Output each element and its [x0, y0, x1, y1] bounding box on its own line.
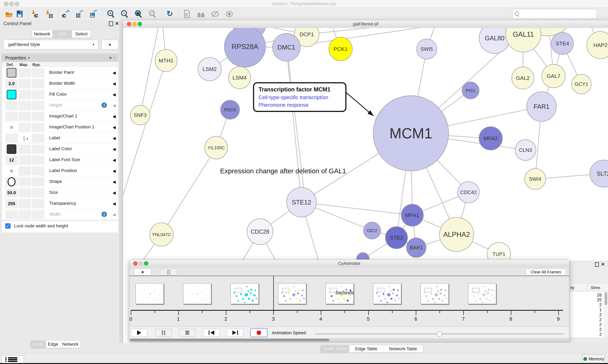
style-options-button[interactable]: ▾ [101, 40, 118, 50]
default-value-cell[interactable] [5, 68, 18, 77]
expand-row-icon[interactable]: ◀ [112, 201, 116, 206]
graph-node-BAR1[interactable]: BAR1 [406, 238, 426, 258]
mapping-cell[interactable] [18, 144, 31, 154]
frame-thumbnail-7[interactable] [468, 283, 496, 304]
properties-header[interactable]: Properties ▾ » » [1, 54, 118, 62]
bypass-cell[interactable] [32, 134, 44, 143]
bypass-cell[interactable] [32, 199, 44, 208]
tab-network[interactable]: Network [60, 341, 80, 348]
default-value-cell[interactable]: 50.0 [5, 188, 18, 197]
cyanimator-timeline[interactable]: 0123456789 Seconds [129, 276, 569, 326]
graph-node-PCK1[interactable]: PCK1 [329, 37, 352, 61]
float-panel-icon[interactable] [109, 21, 113, 26]
graph-node-ALPHA2[interactable]: ALPHA2 [440, 217, 474, 252]
default-value-cell[interactable] [5, 134, 18, 143]
collapse-all-icon[interactable]: » [111, 57, 117, 59]
tab-select[interactable]: Select [72, 30, 91, 38]
bypass-cell[interactable] [32, 101, 44, 110]
clear-all-frames-button[interactable]: Clear All Frames [526, 269, 566, 275]
default-value-cell[interactable] [5, 101, 18, 110]
graph-node-GAL11[interactable]: GAL11 [506, 28, 541, 52]
close-panel-icon[interactable]: ✕ [115, 21, 119, 26]
graph-node-CDC42[interactable]: CDC42 [458, 182, 479, 203]
expand-row-icon[interactable]: ◀ [112, 190, 116, 195]
bypass-cell[interactable] [32, 79, 44, 88]
graph-node-GCY1[interactable]: GCY1 [572, 74, 591, 94]
graph-node-MTH1[interactable]: MTH1 [155, 50, 177, 72]
cyanimator-scrollbar[interactable] [129, 338, 569, 342]
expand-row-icon[interactable]: ◀ [112, 103, 116, 108]
memory-button[interactable]: Memory [582, 355, 605, 363]
graph-node-LSM4[interactable]: LSM4 [228, 66, 251, 89]
default-value-cell[interactable]: 12 [5, 156, 18, 165]
close-panel-icon[interactable]: ✕ [601, 262, 605, 267]
expand-row-icon[interactable]: ◀ [112, 92, 116, 97]
tab-network-table[interactable]: Network Table [383, 345, 423, 352]
mapping-cell[interactable] [18, 177, 31, 186]
tab-style[interactable]: Style [53, 30, 72, 38]
mapping-cell[interactable] [18, 68, 31, 77]
graph-node-STE12[interactable]: STE12 [287, 187, 316, 217]
property-row-width[interactable]: Widthi◀ [2, 209, 118, 220]
import-table-icon[interactable] [45, 10, 54, 18]
annotation-line-2[interactable]: Pheromone response [259, 102, 341, 108]
expand-row-icon[interactable]: ◀ [112, 125, 116, 130]
show-icon[interactable] [225, 10, 234, 18]
bypass-cell[interactable] [32, 188, 44, 197]
speed-slider-thumb[interactable] [437, 331, 442, 337]
mapping-cell[interactable] [18, 166, 31, 176]
expand-row-icon[interactable]: ◀ [112, 70, 116, 75]
record-button[interactable] [251, 329, 267, 337]
table-scrollbar[interactable] [604, 291, 608, 337]
expand-row-icon[interactable]: ◀ [112, 136, 116, 141]
expand-row-icon[interactable]: ◀ [112, 180, 116, 184]
property-row-image-chart-position-1[interactable]: ≡Image/Chart Position 1◀ [2, 122, 118, 133]
export-network-icon[interactable] [61, 10, 70, 18]
hide-icon[interactable] [211, 10, 220, 18]
property-row-image-chart-1[interactable]: Image/Chart 1◀ [2, 111, 118, 122]
default-value-cell[interactable]: ≡ [5, 123, 18, 132]
add-frame-button[interactable]: + [134, 269, 151, 275]
expand-row-icon[interactable]: ◀ [112, 169, 116, 173]
expand-row-icon[interactable]: ◀ [112, 147, 116, 152]
default-value-cell[interactable] [5, 144, 18, 154]
stop-button[interactable] [179, 329, 195, 337]
graph-edge[interactable] [162, 148, 216, 234]
expand-row-icon[interactable]: ◀ [112, 81, 116, 86]
skip-to-start-button[interactable] [203, 329, 220, 337]
zoom-in-icon[interactable]: + [106, 10, 115, 18]
default-value-cell[interactable]: ≡ [5, 166, 18, 176]
expand-row-icon[interactable]: ◀ [112, 158, 116, 163]
default-value-cell[interactable] [5, 177, 18, 186]
mapping-cell[interactable] [18, 188, 31, 197]
bypass-cell[interactable] [32, 166, 44, 176]
default-value-cell[interactable] [5, 90, 18, 99]
open-folder-icon[interactable] [5, 10, 14, 18]
timeline-playhead[interactable] [273, 276, 274, 314]
mapping-cell[interactable] [18, 123, 31, 132]
style-combobox[interactable]: galFiltered Style ▾ [3, 40, 98, 50]
graph-node-SLT2[interactable]: SLT2 [590, 160, 608, 187]
bypass-cell[interactable] [32, 90, 44, 99]
graph-node-RPS28A[interactable]: RPS28A [224, 28, 265, 67]
tab-node[interactable]: Node [30, 341, 46, 348]
bypass-cell[interactable] [32, 68, 44, 77]
frame-thumbnail-3[interactable] [278, 283, 306, 304]
graph-node-HAP2[interactable]: HAP2 [587, 31, 608, 59]
info-icon[interactable]: i [101, 103, 107, 108]
property-row-label[interactable]: ⋮›Label◀ [2, 133, 118, 143]
property-row-label-position[interactable]: ≡Label Position◀ [2, 165, 118, 176]
graph-node-SWI4[interactable]: SWI4 [525, 169, 546, 189]
bypass-cell[interactable] [32, 144, 44, 154]
graph-node-MFA2[interactable]: MFA2 [479, 127, 502, 150]
graph-node-LSM2[interactable]: LSM2 [198, 57, 221, 81]
frame-thumbnail-6[interactable] [421, 283, 449, 304]
skip-to-end-button[interactable] [227, 329, 243, 337]
frame-thumbnail-1[interactable] [183, 283, 211, 304]
cyanimator-titlebar[interactable]: CyAnimator [129, 260, 569, 268]
default-value-cell[interactable]: 255 [5, 199, 18, 208]
graph-node-DMC1[interactable]: DMC1 [273, 33, 300, 61]
property-row-shape[interactable]: Shape◀ [2, 176, 118, 187]
graph-node-STE2[interactable]: STE2 [385, 227, 408, 249]
save-icon[interactable] [15, 10, 24, 18]
